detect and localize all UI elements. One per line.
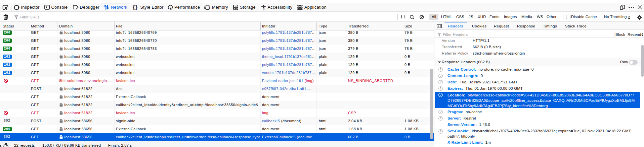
svg-text:?: ? <box>440 87 441 90</box>
svg-text:?: ? <box>440 80 441 84</box>
svg-text:?: ? <box>440 117 441 120</box>
svg-text:?: ? <box>440 68 441 71</box>
svg-text:?: ? <box>440 130 441 133</box>
svg-text:?: ? <box>440 93 441 96</box>
svg-text:?: ? <box>440 110 441 114</box>
svg-text:?: ? <box>440 74 441 77</box>
